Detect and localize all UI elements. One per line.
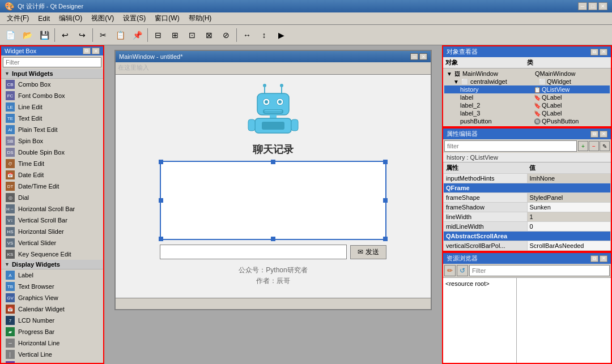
widget-text-browser[interactable]: TB Text Browser xyxy=(1,281,103,292)
widget-text-edit[interactable]: TE Text Edit xyxy=(1,113,103,124)
resize-handle-bl[interactable] xyxy=(159,237,163,241)
toolbar-layout-grid[interactable]: ⊡ xyxy=(184,27,200,43)
widget-key-sequence-edit[interactable]: KS Key Sequence Edit xyxy=(1,249,103,260)
maximize-button[interactable]: □ xyxy=(588,2,597,10)
property-filter-input[interactable] xyxy=(444,140,577,152)
widget-time-edit[interactable]: ⏱ Time Edit xyxy=(1,158,103,169)
widget-lcd-number[interactable]: 7 LCD Number xyxy=(1,315,103,326)
resource-refresh-btn[interactable]: ↺ xyxy=(457,265,468,276)
prop-editor-float[interactable]: ⧉ xyxy=(590,131,598,138)
minimize-button[interactable]: ─ xyxy=(578,2,587,10)
widget-combo-box[interactable]: CB Combo Box xyxy=(1,79,103,90)
obj-row-centralwidget[interactable]: ▼ ⬜ centralwidget ⬜QWidget xyxy=(444,78,610,85)
widget-dial[interactable]: ◎ Dial xyxy=(1,192,103,203)
menu-file[interactable]: 文件(F) xyxy=(2,12,33,24)
toolbar-paste[interactable]: 📌 xyxy=(129,27,145,43)
category-input-widgets[interactable]: ▼ Input Widgets xyxy=(1,69,103,79)
toolbar-open[interactable]: 📂 xyxy=(19,27,35,43)
obj-row-mainwindow[interactable]: ▼ 🖼 MainWindow QMainWindow xyxy=(444,70,610,78)
preview-minimize[interactable]: ─ xyxy=(410,53,418,60)
widget-search-input[interactable] xyxy=(3,57,101,67)
resource-toolbar: ✏ ↺ xyxy=(443,264,611,278)
toolbar-sep-4 xyxy=(236,28,237,42)
prop-editor-close[interactable]: ✕ xyxy=(600,131,607,138)
resize-handle-bc[interactable] xyxy=(271,237,275,241)
widget-box-panel: Widget Box ⧉ ✕ ▼ Input Widgets CB Combo … xyxy=(0,45,104,364)
resource-filter-input[interactable] xyxy=(469,265,610,276)
message-input[interactable] xyxy=(160,245,347,259)
main-window-preview: MainWindow - untitled* ─ ✕ 在这里输入 xyxy=(114,50,432,310)
menu-bar: 文件(F) Edit 编辑(O) 视图(V) 设置(S) 窗口(W) 帮助(H) xyxy=(0,12,612,25)
prop-config-btn[interactable]: ✎ xyxy=(600,141,610,151)
widget-double-spin-box[interactable]: DS Double Spin Box xyxy=(1,147,103,158)
obj-inspector-float[interactable]: ⧉ xyxy=(590,49,598,55)
toolbar-undo[interactable]: ↩ xyxy=(57,27,73,43)
toolbar-copy[interactable]: 📋 xyxy=(112,27,128,43)
toolbar-break[interactable]: ⊘ xyxy=(218,27,234,43)
resize-handle-tc[interactable] xyxy=(271,160,275,164)
send-icon: ✉ xyxy=(358,248,363,256)
obj-row-pushbutton[interactable]: pushButton 🔘QPushButton xyxy=(444,117,610,125)
obj-row-history[interactable]: history 📋QListView xyxy=(444,85,610,93)
widget-datetime-edit[interactable]: DT Date/Time Edit xyxy=(1,181,103,192)
menu-edit[interactable]: Edit xyxy=(33,14,54,24)
obj-row-label2[interactable]: label_2 🔖QLabel xyxy=(444,101,610,109)
widget-opengl[interactable]: GL OpenGL Widget xyxy=(1,360,103,363)
obj-inspector-close[interactable]: ✕ xyxy=(600,49,607,55)
prop-vscrollbarpolicy: verticalScrollBarPol... ScrollBarAsNeede… xyxy=(444,241,611,251)
widget-font-combo-box[interactable]: FC Font Combo Box xyxy=(1,90,103,101)
prop-remove-btn[interactable]: − xyxy=(589,141,599,151)
resize-handle-tr[interactable] xyxy=(383,160,388,164)
widget-box-close[interactable]: ✕ xyxy=(92,48,100,54)
menu-view-edit[interactable]: 编辑(O) xyxy=(54,12,87,24)
resource-browser-close[interactable]: ✕ xyxy=(600,255,607,262)
chat-list-widget[interactable] xyxy=(160,161,386,240)
toolbar-preview[interactable]: ▶ xyxy=(273,27,289,43)
widget-hline[interactable]: ─ Horizontal Line xyxy=(1,337,103,349)
widget-hslider[interactable]: HS Horizontal Slider xyxy=(1,226,103,237)
widget-calendar[interactable]: 📅 Calendar Widget xyxy=(1,303,103,315)
widget-spin-box[interactable]: SB Spin Box xyxy=(1,135,103,147)
toolbar-sep-2 xyxy=(92,28,93,42)
preview-content[interactable]: 聊天记录 ✉ 发送 xyxy=(116,75,431,298)
widget-line-edit[interactable]: LE Line Edit xyxy=(1,101,103,113)
obj-row-label[interactable]: label 🔖QLabel xyxy=(444,93,610,101)
widget-vslider[interactable]: VS Vertical Slider xyxy=(1,237,103,249)
menu-window[interactable]: 窗口(W) xyxy=(150,12,184,24)
widget-label[interactable]: A Label xyxy=(1,269,103,281)
widget-hscrollbar[interactable]: H↔ Horizontal Scroll Bar xyxy=(1,203,103,215)
toolbar-adjust-v[interactable]: ↕ xyxy=(256,27,272,43)
widget-box-float[interactable]: ⧉ xyxy=(83,48,91,54)
widget-vline[interactable]: │ Vertical Line xyxy=(1,349,103,360)
toolbar-redo[interactable]: ↪ xyxy=(74,27,90,43)
resource-edit-btn[interactable]: ✏ xyxy=(444,265,456,276)
resize-handle-ml[interactable] xyxy=(159,198,163,203)
toolbar-layout-form[interactable]: ⊠ xyxy=(201,27,217,43)
menu-settings[interactable]: 设置(S) xyxy=(118,12,150,24)
resize-handle-tl[interactable] xyxy=(159,160,163,164)
resource-browser-float[interactable]: ⧉ xyxy=(590,255,598,262)
send-button[interactable]: ✉ 发送 xyxy=(350,245,386,259)
preview-close[interactable]: ✕ xyxy=(419,53,427,60)
toolbar-save[interactable]: 💾 xyxy=(36,27,52,43)
toolbar-layout-h[interactable]: ⊟ xyxy=(150,27,166,43)
widget-graphics-view[interactable]: GV Graphics View xyxy=(1,292,103,303)
resize-handle-mr[interactable] xyxy=(383,198,388,203)
menu-view[interactable]: 视图(V) xyxy=(87,12,118,24)
close-button[interactable]: ✕ xyxy=(598,2,607,10)
toolbar-layout-v[interactable]: ⊞ xyxy=(167,27,183,43)
toolbar-cut[interactable]: ✂ xyxy=(95,27,111,43)
resize-handle-br[interactable] xyxy=(383,237,388,241)
widget-progress-bar[interactable]: ▰ Progress Bar xyxy=(1,326,103,337)
toolbar-new[interactable]: 📄 xyxy=(2,27,18,43)
widget-plain-text-edit[interactable]: AI Plain Text Edit xyxy=(1,124,103,135)
object-inspector-title: 对象查看器 ⧉ ✕ xyxy=(443,46,611,57)
widget-date-edit[interactable]: 📅 Date Edit xyxy=(1,169,103,181)
obj-row-label3[interactable]: label_3 🔖QLabel xyxy=(444,109,610,117)
category-display-widgets[interactable]: ▼ Display Widgets xyxy=(1,260,103,269)
prop-add-btn[interactable]: + xyxy=(578,141,588,151)
widget-vscrollbar[interactable]: V↕ Vertical Scroll Bar xyxy=(1,215,103,226)
property-editor-title: 属性编辑器 ⧉ ✕ xyxy=(443,129,611,139)
menu-help[interactable]: 帮助(H) xyxy=(184,12,216,24)
toolbar-adjust-h[interactable]: ↔ xyxy=(239,27,255,43)
